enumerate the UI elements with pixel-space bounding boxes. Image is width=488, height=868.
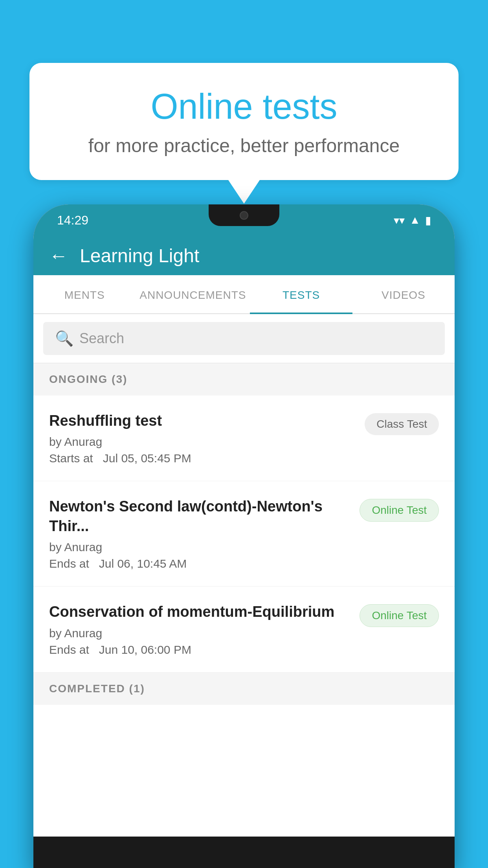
speech-bubble-container: Online tests for more practice, better p… xyxy=(29,63,459,204)
signal-icon: ▲ xyxy=(409,214,420,226)
test-badge-1: Class Test xyxy=(365,413,439,435)
app-bar: ← Learning Light xyxy=(33,236,455,275)
ongoing-section-header: ONGOING (3) xyxy=(33,363,455,395)
test-by-1: by Anurag xyxy=(49,435,357,449)
test-item-2[interactable]: Newton's Second law(contd)-Newton's Thir… xyxy=(33,481,455,587)
screen-content: 🔍 Search ONGOING (3) Reshuffling test by… xyxy=(33,314,455,837)
tab-videos[interactable]: VIDEOS xyxy=(352,275,455,313)
search-icon: 🔍 xyxy=(55,330,73,347)
search-field[interactable]: 🔍 Search xyxy=(43,322,445,355)
test-title-3: Conservation of momentum-Equilibrium xyxy=(49,602,352,622)
app-bar-title: Learning Light xyxy=(80,245,199,267)
tab-ments[interactable]: MENTS xyxy=(33,275,136,313)
test-by-3: by Anurag xyxy=(49,627,352,640)
speech-bubble-pointer xyxy=(228,180,260,204)
speech-bubble: Online tests for more practice, better p… xyxy=(29,63,459,180)
test-item-3[interactable]: Conservation of momentum-Equilibrium by … xyxy=(33,587,455,672)
test-date-2: Ends at Jul 06, 10:45 AM xyxy=(49,557,352,570)
test-title-2: Newton's Second law(contd)-Newton's Thir… xyxy=(49,497,352,536)
wifi-icon: ▾▾ xyxy=(394,214,405,227)
tab-tests[interactable]: TESTS xyxy=(250,275,352,313)
status-icons: ▾▾ ▲ ▮ xyxy=(394,214,431,227)
test-list: Reshuffling test by Anurag Starts at Jul… xyxy=(33,395,455,673)
speech-bubble-title: Online tests xyxy=(61,86,427,127)
test-info-2: Newton's Second law(contd)-Newton's Thir… xyxy=(49,497,360,570)
tab-announcements[interactable]: ANNOUNCEMENTS xyxy=(136,275,250,313)
phone-frame: 14:29 ▾▾ ▲ ▮ ← Learning Light MENTS ANNO… xyxy=(33,204,455,868)
search-container: 🔍 Search xyxy=(33,314,455,363)
phone-notch xyxy=(209,204,279,226)
battery-icon: ▮ xyxy=(425,214,431,227)
test-item-1[interactable]: Reshuffling test by Anurag Starts at Jul… xyxy=(33,395,455,481)
test-title-1: Reshuffling test xyxy=(49,411,357,430)
test-info-1: Reshuffling test by Anurag Starts at Jul… xyxy=(49,411,365,465)
test-date-3: Ends at Jun 10, 06:00 PM xyxy=(49,643,352,657)
speech-bubble-subtitle: for more practice, better performance xyxy=(61,135,427,156)
phone-camera xyxy=(240,211,248,220)
back-button[interactable]: ← xyxy=(49,245,68,267)
search-placeholder: Search xyxy=(79,330,124,347)
tab-bar: MENTS ANNOUNCEMENTS TESTS VIDEOS xyxy=(33,275,455,314)
phone-inner: 14:29 ▾▾ ▲ ▮ ← Learning Light MENTS ANNO… xyxy=(33,204,455,837)
test-info-3: Conservation of momentum-Equilibrium by … xyxy=(49,602,360,656)
status-time: 14:29 xyxy=(57,213,88,228)
test-badge-2: Online Test xyxy=(360,499,439,522)
completed-section-header: COMPLETED (1) xyxy=(33,673,455,705)
test-badge-3: Online Test xyxy=(360,604,439,627)
status-bar: 14:29 ▾▾ ▲ ▮ xyxy=(33,204,455,236)
test-date-1: Starts at Jul 05, 05:45 PM xyxy=(49,452,357,465)
test-by-2: by Anurag xyxy=(49,541,352,554)
